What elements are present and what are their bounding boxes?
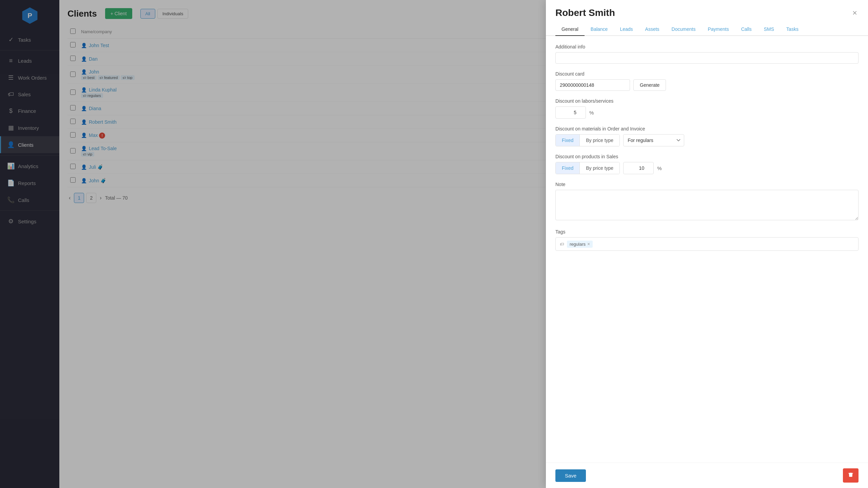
tag-regulars: regulars × [567,241,593,248]
note-section: Note [555,182,859,222]
tab-payments[interactable]: Payments [702,23,735,36]
discount-materials-row: Fixed By price type For regulars For VIP… [555,134,859,146]
tab-general[interactable]: General [555,23,585,36]
modal-header: Robert Smith × [546,0,868,19]
tags-container[interactable]: 🏷 regulars × [555,237,859,251]
discount-materials-fixed-btn[interactable]: Fixed [556,135,580,146]
discount-labors-percent: % [589,110,594,116]
delete-button[interactable] [843,468,859,483]
save-button[interactable]: Save [555,469,586,482]
tag-icon: 🏷 [560,242,564,247]
modal-tabs: GeneralBalanceLeadsAssetsDocumentsPaymen… [546,23,868,36]
tab-documents[interactable]: Documents [666,23,702,36]
discount-labors-row: % [555,106,859,119]
tab-calls[interactable]: Calls [735,23,758,36]
tab-tasks[interactable]: Tasks [780,23,805,36]
discount-card-section: Discount card Generate [555,71,859,91]
discount-labors-label: Discount on labors/services [555,98,859,104]
tab-assets[interactable]: Assets [639,23,666,36]
modal-close-button[interactable]: × [851,7,859,19]
discount-products-percent: % [657,165,662,171]
discount-materials-dropdown[interactable]: For regulars For VIP Standard Custom [623,134,684,146]
discount-products-input[interactable] [623,162,654,174]
tags-section: Tags 🏷 regulars × [555,229,859,251]
discount-card-label: Discount card [555,71,859,77]
discount-products-by-price-btn[interactable]: By price type [580,162,619,174]
discount-materials-type-group: Fixed By price type [555,134,620,146]
note-textarea[interactable] [555,190,859,220]
discount-materials-by-price-btn[interactable]: By price type [580,135,619,146]
discount-labors-input[interactable] [555,106,586,119]
discount-products-row: Fixed By price type % [555,162,859,174]
modal-overlay[interactable]: Robert Smith × GeneralBalanceLeadsAssets… [0,0,868,488]
additional-info-input[interactable] [555,52,859,64]
svg-rect-3 [850,473,852,477]
additional-info-section: Additional info [555,44,859,64]
tab-leads[interactable]: Leads [614,23,639,36]
discount-card-row: Generate [555,79,859,91]
tag-regulars-remove[interactable]: × [587,242,590,246]
discount-products-fixed-btn[interactable]: Fixed [556,162,580,174]
discount-labors-section: Discount on labors/services % [555,98,859,119]
generate-button[interactable]: Generate [633,79,666,91]
additional-info-label: Additional info [555,44,859,49]
discount-materials-label: Discount on materials in Order and Invoi… [555,126,859,131]
discount-products-section: Discount on products in Sales Fixed By p… [555,154,859,174]
modal-body: Additional info Discount card Generate D… [546,36,868,463]
modal-footer: Save [546,463,868,488]
discount-products-label: Discount on products in Sales [555,154,859,159]
modal-panel: Robert Smith × GeneralBalanceLeadsAssets… [546,0,868,488]
tab-balance[interactable]: Balance [585,23,614,36]
tags-label: Tags [555,229,859,235]
tag-regulars-label: regulars [570,242,586,247]
modal-title: Robert Smith [555,7,615,18]
discount-materials-section: Discount on materials in Order and Invoi… [555,126,859,146]
trash-icon [848,472,854,478]
tab-sms[interactable]: SMS [758,23,780,36]
discount-card-input[interactable] [555,79,630,91]
discount-products-type-group: Fixed By price type [555,162,620,174]
note-label: Note [555,182,859,187]
